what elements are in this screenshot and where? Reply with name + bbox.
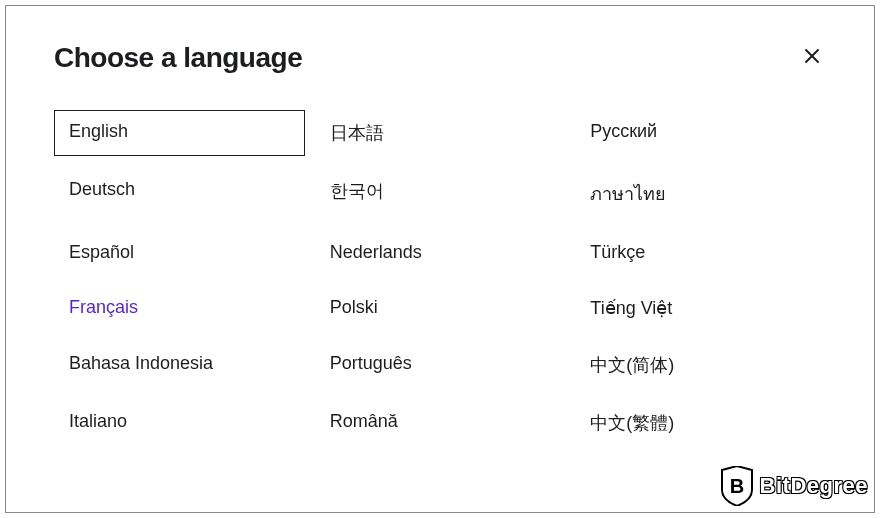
language-option-nederlands[interactable]: Nederlands <box>315 231 566 274</box>
language-option-romana[interactable]: Română <box>315 400 566 446</box>
watermark: B BitDegree <box>720 466 868 506</box>
language-option-bahasa-indonesia[interactable]: Bahasa Indonesia <box>54 342 305 388</box>
language-option-espanol[interactable]: Español <box>54 231 305 274</box>
watermark-text: BitDegree <box>760 473 868 499</box>
close-icon <box>803 47 821 65</box>
language-option-italiano[interactable]: Italiano <box>54 400 305 446</box>
language-modal: Choose a language English 日本語 Русский De… <box>5 5 875 513</box>
language-option-polski[interactable]: Polski <box>315 286 566 330</box>
modal-header: Choose a language <box>54 42 826 74</box>
language-option-francais[interactable]: Français <box>54 286 305 330</box>
watermark-badge-icon: B <box>720 466 754 506</box>
language-option-chinese-traditional[interactable]: 中文(繁體) <box>575 400 826 446</box>
close-button[interactable] <box>798 42 826 70</box>
language-option-portugues[interactable]: Português <box>315 342 566 388</box>
language-option-thai[interactable]: ภาษาไทย <box>575 168 826 219</box>
language-option-english[interactable]: English <box>54 110 305 156</box>
language-option-turkce[interactable]: Türkçe <box>575 231 826 274</box>
language-option-chinese-simplified[interactable]: 中文(简体) <box>575 342 826 388</box>
language-option-deutsch[interactable]: Deutsch <box>54 168 305 219</box>
language-option-russian[interactable]: Русский <box>575 110 826 156</box>
language-option-korean[interactable]: 한국어 <box>315 168 566 219</box>
language-option-tieng-viet[interactable]: Tiếng Việt <box>575 286 826 330</box>
language-option-japanese[interactable]: 日本語 <box>315 110 566 156</box>
svg-text:B: B <box>729 475 743 497</box>
modal-title: Choose a language <box>54 42 302 74</box>
language-grid: English 日本語 Русский Deutsch 한국어 ภาษาไทย … <box>54 110 826 446</box>
